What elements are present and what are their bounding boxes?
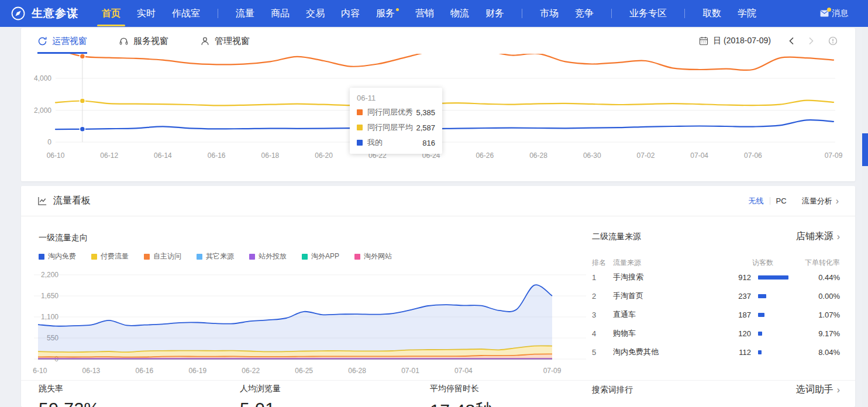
nav-item[interactable]: 实时 xyxy=(137,8,156,20)
info-icon[interactable] xyxy=(828,36,838,46)
visitors-bar xyxy=(758,275,788,280)
tab-management-view[interactable]: 管理视窗 xyxy=(200,28,250,54)
stat-label: 跳失率 xyxy=(39,384,100,394)
nav-item[interactable]: 竞争 xyxy=(575,8,594,20)
tooltip-row: 同行同层平均 2,587 xyxy=(357,122,435,133)
legend-label: 站外投放 xyxy=(259,251,287,261)
legend-item[interactable]: 淘外网站 xyxy=(354,251,392,261)
col-rank: 排名 xyxy=(592,258,613,268)
svg-text:06-26: 06-26 xyxy=(476,151,494,160)
nav-item[interactable]: 学院 xyxy=(738,8,756,20)
prev-date-button[interactable] xyxy=(788,37,794,45)
visitors-bar-cell xyxy=(751,332,790,336)
logo-icon[interactable] xyxy=(11,6,26,21)
search-rank-header: 搜索词排行 选词助手 › xyxy=(592,384,840,396)
svg-text:06-14: 06-14 xyxy=(154,151,172,160)
trend-chart[interactable]: 05501,1001,6502,20006-1006-1306-1606-190… xyxy=(33,268,588,379)
rank-cell: 4 xyxy=(592,329,613,338)
legend-item[interactable]: 自主访问 xyxy=(144,251,181,261)
legend-swatch xyxy=(249,254,255,260)
nav-item[interactable]: 内容 xyxy=(341,8,360,20)
visitors-bar-cell xyxy=(751,350,790,354)
legend-label: 淘外网站 xyxy=(364,251,392,261)
visitors-bar xyxy=(758,332,762,336)
visitors-bar-cell xyxy=(751,294,790,298)
visitors-bar-cell xyxy=(751,313,790,317)
tab-operations-view[interactable]: 运营视窗 xyxy=(37,28,87,54)
legend-swatch xyxy=(39,254,44,260)
source-name-cell: 手淘搜索 xyxy=(613,272,710,282)
series-swatch xyxy=(357,125,363,130)
nav-item[interactable]: 交易 xyxy=(306,8,325,20)
traffic-analysis-label: 流量分析 xyxy=(802,196,832,206)
table-row: 4购物车1209.17% xyxy=(592,324,840,343)
nav-item[interactable]: 服务 xyxy=(376,8,399,20)
tab-service-view[interactable]: 服务视窗 xyxy=(119,28,168,54)
series-value: 2,587 xyxy=(416,123,435,132)
visitors-cell: 112 xyxy=(710,348,751,357)
legend-item[interactable]: 淘内免费 xyxy=(39,251,76,261)
refresh-icon xyxy=(37,36,47,46)
col-conversion: 下单转化率 xyxy=(790,258,840,268)
stat-value: 59.72% xyxy=(39,399,100,407)
date-display[interactable]: 日 (2018-07-09) xyxy=(713,36,771,46)
tooltip-row: 我的 816 xyxy=(357,137,435,148)
legend-label: 淘外APP xyxy=(311,251,339,261)
toggle-pc[interactable]: PC xyxy=(776,196,787,205)
divider xyxy=(218,9,218,18)
svg-text:06-25: 06-25 xyxy=(295,367,313,375)
svg-text:2,000: 2,000 xyxy=(34,106,51,115)
svg-text:06-19: 06-19 xyxy=(188,367,206,375)
date-controls: 日 (2018-07-09) xyxy=(699,28,838,54)
legend-item[interactable]: 其它来源 xyxy=(197,251,234,261)
sources-header: 二级流量来源 店铺来源 › xyxy=(592,230,840,243)
svg-text:06-28: 06-28 xyxy=(529,151,547,160)
traffic-board-actions: 无线 PC 流量分析 › xyxy=(749,196,839,206)
legend-item[interactable]: 站外投放 xyxy=(249,251,287,261)
sources-panel: 二级流量来源 店铺来源 › 排名 流量来源 访客数 下单转化率 1手淘搜索912… xyxy=(592,230,840,361)
col-visitors: 访客数 xyxy=(751,258,790,268)
table-row: 2手淘首页2370.00% xyxy=(592,287,840,305)
calendar-icon[interactable] xyxy=(699,36,708,46)
messages-button[interactable]: 消息 xyxy=(820,8,848,19)
source-name-cell: 购物车 xyxy=(613,328,710,339)
nav-item[interactable]: 营销 xyxy=(415,8,434,20)
stat-pages-per-visit: 人均浏览量 5.01 xyxy=(240,384,281,407)
nav-item[interactable]: 业务专区 xyxy=(629,8,667,20)
notification-dot xyxy=(827,8,831,12)
legend-swatch xyxy=(197,254,202,260)
next-date-button[interactable] xyxy=(808,37,814,45)
svg-text:0: 0 xyxy=(47,138,51,146)
rank-cell: 3 xyxy=(592,311,613,319)
table-row: 5淘内免费其他1128.04% xyxy=(592,343,840,361)
legend-swatch xyxy=(302,254,308,260)
series-swatch xyxy=(357,140,363,146)
series-label: 我的 xyxy=(367,137,383,148)
nav-item[interactable]: 流量 xyxy=(236,8,254,20)
nav-item[interactable]: 物流 xyxy=(450,8,469,20)
rank-cell: 1 xyxy=(592,273,613,282)
scrollbar[interactable] xyxy=(862,27,868,407)
operations-overview-panel: 运营视窗 服务视窗 管理视窗 日 (2018-07-09) xyxy=(21,28,855,181)
nav-item[interactable]: 财务 xyxy=(485,8,504,20)
traffic-board-title: 流量看板 xyxy=(53,195,91,207)
top-nav: 生意参谋 首页实时作战室流量商品交易内容服务营销物流财务市场竞争业务专区取数学院… xyxy=(0,0,868,27)
svg-text:06-30: 06-30 xyxy=(583,151,601,160)
scrollbar-thumb[interactable] xyxy=(862,133,868,166)
nav-item[interactable]: 首页 xyxy=(102,8,120,20)
shop-sources-link[interactable]: 店铺来源 › xyxy=(796,230,840,243)
source-name-cell: 手淘首页 xyxy=(613,291,710,301)
toggle-wireless[interactable]: 无线 xyxy=(749,196,764,206)
legend-swatch xyxy=(144,254,150,260)
trend-legend: 淘内免费付费流量自主访问其它来源站外投放淘外APP淘外网站 xyxy=(39,251,407,261)
legend-item[interactable]: 付费流量 xyxy=(91,251,129,261)
word-assistant-link[interactable]: 选词助手 › xyxy=(796,384,840,396)
tab-label: 服务视窗 xyxy=(133,36,168,47)
traffic-analysis-link[interactable]: 流量分析 › xyxy=(802,196,839,206)
nav-item[interactable]: 取数 xyxy=(702,8,721,20)
nav-item[interactable]: 商品 xyxy=(271,8,290,20)
legend-item[interactable]: 淘外APP xyxy=(302,251,339,261)
svg-text:06-13: 06-13 xyxy=(82,367,101,375)
nav-item[interactable]: 市场 xyxy=(540,8,559,20)
nav-item[interactable]: 作战室 xyxy=(172,8,200,20)
